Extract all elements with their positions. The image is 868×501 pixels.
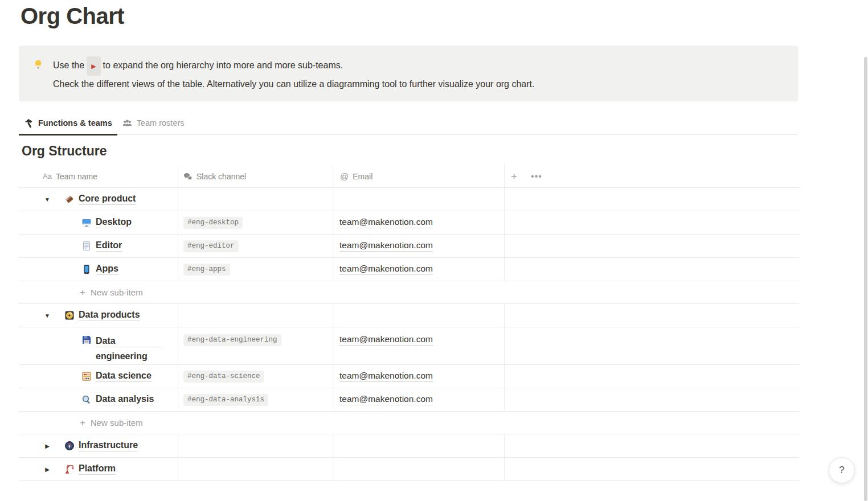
slack-channel-chip: #eng-desktop [183,217,243,229]
slack-channel-cell[interactable]: #eng-desktop [178,211,333,234]
speech-bubbles-icon [183,172,193,181]
slack-channel-cell[interactable] [178,304,333,327]
new-sub-item-row[interactable]: +New sub-item [19,281,800,303]
team-name-link[interactable]: Platform [79,463,116,475]
empty-cell [505,188,800,211]
team-name-cell[interactable]: Apps [19,258,178,281]
team-name-link[interactable]: Data products [79,310,140,321]
column-header-team-name[interactable]: Aa Team name [19,165,178,187]
team-name-link[interactable]: Data engineering [96,333,163,364]
team-name-labelwrap: Data science [96,371,152,382]
team-name-link[interactable]: Data science [96,371,152,382]
email-link[interactable]: team@makenotion.com [339,240,433,252]
help-button[interactable]: ? [829,457,855,483]
email-cell[interactable]: team@makenotion.com [333,211,505,234]
team-name-link[interactable]: Apps [96,264,118,275]
collapse-toggle-icon[interactable]: ▼ [43,313,51,319]
mobile-phone-emoji [81,264,92,274]
at-sign-icon: @ [340,171,349,181]
slack-channel-cell[interactable]: #eng-apps [178,258,333,281]
new-sub-item-row[interactable]: +New sub-item [19,412,800,434]
email-cell[interactable] [333,434,505,457]
slack-channel-cell[interactable] [178,434,333,457]
email-link[interactable]: team@makenotion.com [339,371,433,382]
table-row: ▼Data products [19,304,800,327]
hammer-icon [24,118,34,128]
team-name-cell[interactable]: ▼Data products [19,304,178,327]
empty-cell [505,258,800,281]
new-sub-item-label: New sub-item [91,418,143,428]
column-header-email[interactable]: @ Email [333,165,505,187]
team-name-cell[interactable]: Data science [19,365,178,388]
empty-cell [505,327,800,364]
email-link[interactable]: team@makenotion.com [339,334,433,346]
email-cell[interactable] [333,304,505,327]
scrollbar-thumb[interactable] [864,57,867,501]
team-name-labelwrap: Apps [96,264,118,275]
team-name-cell[interactable]: Data engineering [19,327,178,364]
team-name-link[interactable]: Core product [79,194,136,205]
slack-channel-cell[interactable] [178,458,333,481]
team-name-cell[interactable]: ▶Infrastructure [19,434,178,457]
empty-cell [505,434,800,457]
empty-cell [505,235,800,257]
table-row: Data analysis#eng-data-analysisteam@make… [19,388,800,412]
view-tabs: Functions & teams Team rosters [19,112,798,135]
title-icon: Aa [43,172,52,180]
team-name-cell[interactable]: Desktop [19,211,178,234]
email-cell[interactable] [333,188,505,211]
plus-icon: + [80,417,85,429]
slack-channel-cell[interactable] [178,188,333,211]
email-link[interactable]: team@makenotion.com [339,394,433,405]
slack-channel-cell[interactable]: #eng-data-engineering [178,327,333,364]
slack-channel-chip: #eng-data-engineering [183,334,281,346]
tab-label: Functions & teams [38,118,112,128]
chocolate-bar-emoji [64,194,75,204]
team-name-labelwrap: Data analysis [96,394,154,405]
table-row: Apps#eng-appsteam@makenotion.com [19,258,800,281]
table-row: ▶Infrastructure [19,434,800,458]
slack-channel-cell[interactable]: #eng-data-analysis [178,388,333,411]
table-row: ▶Platform [19,458,800,481]
slack-channel-cell[interactable]: #eng-editor [178,235,333,257]
collapse-toggle-icon[interactable]: ▼ [43,196,51,203]
tab-functions-and-teams[interactable]: Functions & teams [19,112,117,135]
tab-team-rosters[interactable]: Team rosters [117,112,190,135]
team-name-link[interactable]: Data analysis [96,394,154,405]
red-play-triangle-icon: ▶ [87,56,100,76]
team-name-cell[interactable]: Data analysis [19,388,178,411]
slack-channel-chip: #eng-apps [183,264,230,276]
team-name-cell[interactable]: ▼Core product [19,188,178,211]
column-header-slack-channel[interactable]: Slack channel [178,165,333,187]
team-name-labelwrap: Platform [79,463,116,475]
table-row: Data engineering#eng-data-engineeringtea… [19,327,800,365]
team-name-link[interactable]: Editor [96,240,122,252]
table-more-button[interactable]: ••• [531,172,542,181]
expand-toggle-icon[interactable]: ▶ [43,443,51,449]
email-cell[interactable]: team@makenotion.com [333,388,505,411]
construction-crane-emoji [64,464,75,474]
empty-cell [505,211,800,234]
slack-channel-cell[interactable]: #eng-data-science [178,365,333,388]
table-row: Desktop#eng-desktopteam@makenotion.com [19,211,800,235]
slack-channel-chip: #eng-editor [183,240,239,252]
email-cell[interactable] [333,458,505,481]
email-cell[interactable]: team@makenotion.com [333,258,505,281]
email-cell[interactable]: team@makenotion.com [333,365,505,388]
expand-toggle-icon[interactable]: ▶ [43,466,51,473]
team-name-link[interactable]: Desktop [96,217,132,228]
add-column-button[interactable]: + [511,171,517,182]
slack-channel-chip: #eng-data-science [183,371,264,383]
team-name-cell[interactable]: Editor [19,235,178,257]
new-sub-item-label: New sub-item [91,288,143,297]
tab-label: Team rosters [137,118,185,128]
column-header-extra: + ••• [505,165,800,187]
team-name-link[interactable]: Infrastructure [79,440,138,451]
magnifying-glass-emoji [81,395,92,405]
empty-cell [505,304,800,327]
team-name-cell[interactable]: ▶Platform [19,458,178,481]
email-link[interactable]: team@makenotion.com [339,217,433,228]
email-link[interactable]: team@makenotion.com [339,264,433,275]
email-cell[interactable]: team@makenotion.com [333,327,505,364]
email-cell[interactable]: team@makenotion.com [333,235,505,257]
